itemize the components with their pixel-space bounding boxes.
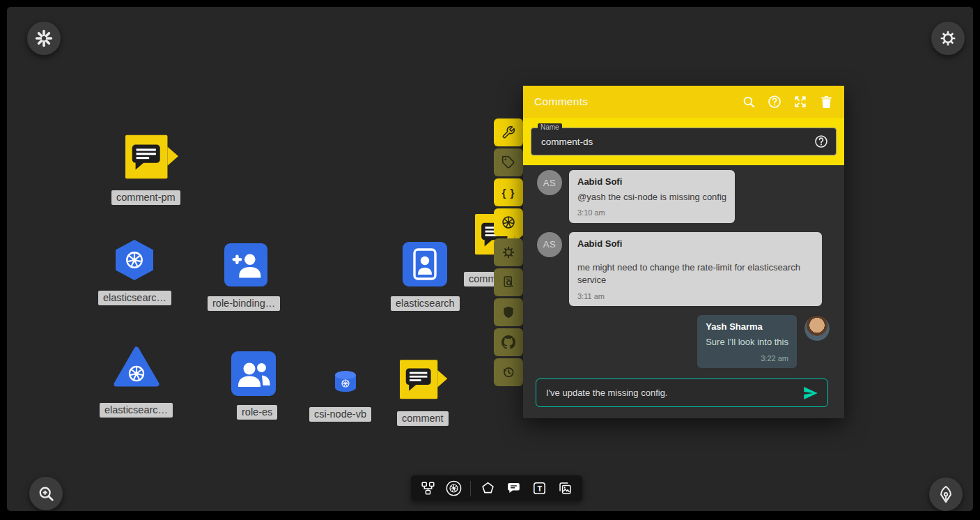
node-comment[interactable] <box>400 358 449 402</box>
shapes-icon <box>481 481 495 496</box>
flowchart-tool-button[interactable] <box>419 480 437 498</box>
help-icon[interactable] <box>814 134 829 149</box>
app-logo-burst-icon <box>35 29 53 47</box>
node-label-role-binding[interactable]: role-binding… <box>208 296 280 311</box>
shape-toolbar: T <box>411 475 582 501</box>
node-elasticsearch-service-account[interactable] <box>403 242 447 286</box>
comment-time: 3:10 am <box>577 208 726 218</box>
name-input[interactable] <box>540 136 814 148</box>
avatar: AS <box>537 170 562 195</box>
node-label-comment-pm[interactable]: comment-pm <box>111 190 180 205</box>
pen-tool-button[interactable] <box>929 477 963 511</box>
image-icon <box>558 481 573 496</box>
image-tool-button[interactable] <box>557 480 575 498</box>
context-json-button[interactable]: { } <box>494 178 523 206</box>
comment-author: Aabid Sofi <box>577 238 814 250</box>
comments-panel-header-actions <box>740 93 834 110</box>
comment-time: 3:11 am <box>577 291 814 302</box>
message-input-field[interactable] <box>536 378 828 407</box>
pen-nib-icon <box>936 484 956 504</box>
wrench-icon <box>501 125 515 139</box>
context-github-button[interactable] <box>494 328 523 356</box>
gear-icon <box>501 245 515 259</box>
trash-icon <box>819 95 834 109</box>
doc-search-icon <box>501 275 515 289</box>
node-elasticsearch-hexagon[interactable] <box>113 238 156 282</box>
context-label-button[interactable] <box>494 148 523 176</box>
kubernetes-icon <box>446 480 462 496</box>
text-tool-button[interactable]: T <box>531 480 549 498</box>
node-label-elasticsearch-1[interactable]: elasticsearc… <box>98 291 171 305</box>
help-icon <box>767 94 782 109</box>
node-comment-pm[interactable] <box>125 135 180 181</box>
comment-bubble: Aabid Sofi me might need to change the r… <box>569 232 822 306</box>
comment-row: Yash Sharma Sure I'll look into this 3:2… <box>537 315 830 368</box>
name-field-section: Name <box>523 118 844 165</box>
message-input[interactable] <box>545 387 802 399</box>
design-canvas[interactable]: comment-pm elasticsearc… role-binding… e… <box>7 7 973 511</box>
search-button[interactable] <box>740 93 757 110</box>
name-field[interactable]: Name <box>531 128 837 155</box>
context-history-button[interactable] <box>494 358 523 386</box>
name-field-label: Name <box>538 123 562 131</box>
comment-author: Yash Sharma <box>706 321 788 333</box>
context-kubernetes-button[interactable] <box>494 208 523 236</box>
node-context-toolbar: { } <box>494 118 523 386</box>
kubernetes-icon <box>501 215 516 230</box>
node-label-comment[interactable]: comment <box>397 411 449 426</box>
comment-text: @yash the csi-node is missing config <box>577 191 726 204</box>
comment-bubble: Yash Sharma Sure I'll look into this 3:2… <box>697 315 797 368</box>
settings-button[interactable] <box>931 22 965 55</box>
node-role-es[interactable] <box>231 351 276 396</box>
avatar-photo <box>804 315 830 342</box>
comment-text: Sure I'll look into this <box>706 336 788 349</box>
app-logo-button[interactable] <box>27 22 61 55</box>
context-settings-button[interactable] <box>494 238 523 266</box>
comment-row: AS Aabid Sofi @yash the csi-node is miss… <box>537 170 830 223</box>
node-label-csi-node-vb[interactable]: csi-node-vb <box>309 407 371 422</box>
expand-button[interactable] <box>792 93 809 110</box>
context-configure-button[interactable] <box>494 118 523 146</box>
history-icon <box>501 365 515 379</box>
zoom-in-icon <box>37 484 55 503</box>
toolbar-divider <box>470 481 471 496</box>
node-label-elasticsearch-3[interactable]: elasticsearc… <box>100 403 173 418</box>
send-icon[interactable] <box>802 385 819 402</box>
avatar: AS <box>537 232 562 257</box>
zoom-button[interactable] <box>29 477 63 510</box>
node-elasticsearch-triangle[interactable] <box>113 346 160 389</box>
shield-icon <box>501 305 515 319</box>
comment-time: 3:22 am <box>706 353 788 364</box>
shapes-tool-button[interactable] <box>479 480 497 498</box>
comments-panel-header[interactable]: Comments <box>523 86 844 118</box>
node-label-elasticsearch-2[interactable]: elasticsearch <box>391 296 460 311</box>
kubernetes-tool-button[interactable] <box>444 480 462 498</box>
node-csi-node-vb[interactable] <box>334 370 357 392</box>
search-icon <box>741 94 756 109</box>
braces-icon: { } <box>502 187 515 199</box>
flowchart-icon <box>421 481 435 496</box>
comments-panel-title: Comments <box>534 95 588 108</box>
node-label-role-es[interactable]: role-es <box>237 405 277 420</box>
tag-icon <box>501 155 515 169</box>
comments-panel: Comments Name <box>523 86 844 418</box>
delete-button[interactable] <box>818 93 834 110</box>
comment-tool-button[interactable] <box>505 480 523 498</box>
gear-icon <box>939 29 957 47</box>
help-button[interactable] <box>766 93 783 110</box>
comment-icon <box>506 481 521 496</box>
comments-thread: AS Aabid Sofi @yash the csi-node is miss… <box>523 165 844 418</box>
comment-bubble: Aabid Sofi @yash the csi-node is missing… <box>569 170 735 223</box>
comment-author: Aabid Sofi <box>577 176 726 188</box>
node-role-binding[interactable] <box>224 243 267 286</box>
expand-icon <box>793 94 808 109</box>
github-icon <box>501 335 515 349</box>
comment-row: AS Aabid Sofi me might need to change th… <box>537 232 830 306</box>
context-inspect-button[interactable] <box>494 268 523 296</box>
comment-text: me might need to change the rate-limit f… <box>577 261 814 286</box>
context-security-button[interactable] <box>494 298 523 326</box>
text-tool-glyph: T <box>531 480 549 498</box>
